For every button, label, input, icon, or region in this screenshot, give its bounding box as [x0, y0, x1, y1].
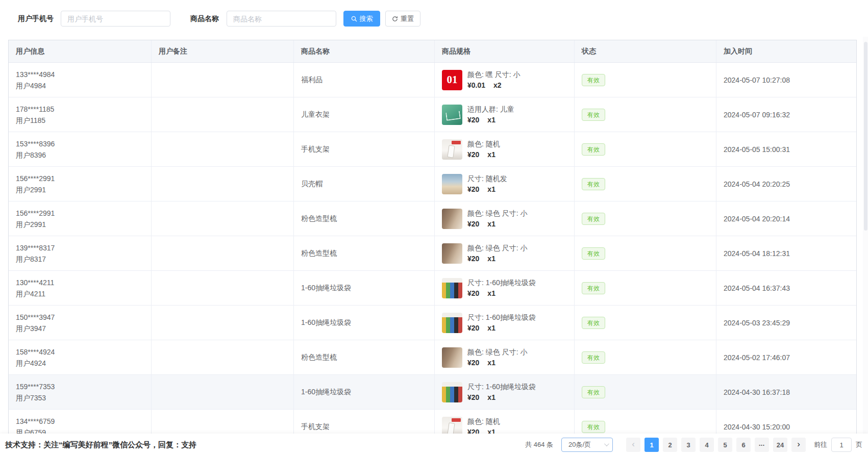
reset-button[interactable]: 重置	[385, 11, 420, 27]
quantity-text: x1	[487, 357, 495, 368]
status-badge: 有效	[582, 247, 605, 260]
table-row[interactable]: 156****2991用户2991粉色造型梳颜色: 绿色 尺寸: 小¥20x1有…	[9, 201, 856, 236]
status-badge: 有效	[582, 109, 605, 121]
table-row[interactable]: 178****1185用户1185儿童衣架适用人群: 儿童¥20x1有效2024…	[9, 97, 856, 132]
cell-product-name: 粉色造型梳	[294, 340, 435, 374]
pagination: 共 464 条 20条/页 ‹123456•••24› 前往 页	[525, 434, 862, 456]
table-row[interactable]: 150****3947用户39471-60抽绳垃圾袋尺寸: 1-60抽绳垃圾袋¥…	[9, 306, 856, 340]
phone-input[interactable]	[61, 11, 170, 27]
goto-page-input[interactable]	[831, 438, 852, 452]
quantity-text: x1	[487, 184, 495, 195]
pagination-page-2[interactable]: 2	[663, 438, 677, 452]
spec-wrap: 01颜色: 嘿 尺寸: 小¥0.01x2	[442, 69, 520, 91]
pagination-page-1[interactable]: 1	[644, 438, 659, 452]
cell-user-remark	[152, 201, 294, 236]
user-lines: 156****2991用户2991	[16, 208, 55, 230]
cell-product-name: 贝壳帽	[294, 167, 435, 201]
pagination-page-4[interactable]: 4	[700, 438, 714, 452]
product-image	[442, 209, 462, 229]
price-text: ¥20	[467, 114, 479, 125]
scrollbar-thumb[interactable]	[864, 42, 867, 231]
table-row[interactable]: 153****8396用户8396手机支架颜色: 随机¥20x1有效2024-0…	[9, 132, 856, 167]
product-image	[442, 243, 462, 264]
user-phone-text: 130****4211	[16, 277, 54, 288]
spec-wrap: 尺寸: 1-60抽绳垃圾袋¥20x1	[442, 382, 536, 403]
cell-join-time: 2024-05-04 16:37:43	[716, 271, 856, 305]
status-badge: 有效	[582, 421, 605, 433]
spec-text: 尺寸: 1-60抽绳垃圾袋	[467, 382, 536, 392]
quantity-text: x1	[487, 114, 495, 125]
cell-user-remark	[152, 236, 294, 270]
pagination-more-button[interactable]: •••	[755, 438, 769, 452]
cell-product-spec: 颜色: 绿色 尺寸: 小¥20x1	[435, 236, 575, 270]
search-button[interactable]: 搜索	[343, 11, 380, 27]
cell-status: 有效	[575, 340, 716, 374]
product-image	[442, 278, 462, 298]
cell-user-info: 153****8396用户8396	[9, 132, 152, 166]
user-phone-text: 158****4924	[16, 346, 55, 358]
spec-text: 尺寸: 随机发	[467, 173, 507, 184]
price-line: ¥20x1	[467, 114, 514, 125]
quantity-text: x1	[487, 322, 495, 334]
product-name-input[interactable]	[227, 11, 336, 27]
page-size-select[interactable]: 20条/页	[561, 438, 613, 452]
quantity-text: x2	[493, 80, 502, 91]
table-row[interactable]: 158****4924用户4924粉色造型梳颜色: 绿色 尺寸: 小¥20x1有…	[9, 340, 856, 375]
goto-label: 前往	[814, 440, 827, 449]
total-count-text: 共 464 条	[525, 440, 553, 449]
pagination-page-6[interactable]: 6	[736, 438, 751, 452]
spec-lines: 尺寸: 1-60抽绳垃圾袋¥20x1	[467, 382, 536, 403]
spec-text: 颜色: 绿色 尺寸: 小	[467, 347, 527, 357]
pagination-page-3[interactable]: 3	[681, 438, 696, 452]
search-bar: 用户手机号 商品名称 搜索 重置	[0, 0, 868, 37]
join-time-text: 2024-05-04 18:12:31	[724, 249, 790, 258]
spec-lines: 尺寸: 随机发¥20x1	[467, 173, 507, 195]
user-lines: 156****2991用户2991	[16, 173, 55, 195]
spec-lines: 颜色: 绿色 尺寸: 小¥20x1	[467, 347, 527, 368]
cell-status: 有效	[575, 167, 716, 201]
quantity-text: x1	[487, 392, 495, 403]
pagination-next-button[interactable]: ›	[791, 438, 806, 452]
table-row[interactable]: 139****8317用户8317粉色造型梳颜色: 绿色 尺寸: 小¥20x1有…	[9, 236, 856, 271]
join-time-text: 2024-05-02 17:46:07	[724, 353, 790, 362]
cell-user-remark	[152, 132, 294, 166]
join-time-text: 2024-05-05 15:00:31	[724, 145, 790, 154]
goto-page: 前往 页	[814, 438, 862, 452]
cell-join-time: 2024-04-30 16:37:18	[716, 375, 856, 409]
cell-product-spec: 尺寸: 1-60抽绳垃圾袋¥20x1	[435, 375, 575, 409]
cell-status: 有效	[575, 236, 716, 270]
user-name-text: 用户8317	[16, 254, 55, 265]
spec-text: 尺寸: 1-60抽绳垃圾袋	[467, 312, 536, 322]
cell-user-remark	[152, 375, 294, 409]
pagination-page-24[interactable]: 24	[773, 438, 787, 452]
product-image	[442, 382, 462, 402]
table-row[interactable]: 156****2991用户2991贝壳帽尺寸: 随机发¥20x1有效2024-0…	[9, 167, 856, 201]
status-badge: 有效	[582, 143, 605, 156]
product-name-text: 1-60抽绳垃圾袋	[301, 284, 351, 293]
pagination-prev-button[interactable]: ‹	[626, 438, 640, 452]
price-line: ¥20x1	[467, 288, 536, 299]
product-name-text: 贝壳帽	[301, 180, 323, 189]
spec-lines: 颜色: 随机¥20x1	[467, 139, 500, 160]
user-phone-text: 156****2991	[16, 173, 55, 184]
product-name-text: 1-60抽绳垃圾袋	[301, 388, 351, 397]
spec-wrap: 颜色: 随机¥20x1	[442, 139, 500, 160]
status-badge: 有效	[582, 351, 605, 364]
user-phone-text: 139****8317	[16, 242, 55, 254]
footer-bar: 技术支持：关注“编写美好前程”微信公众号，回复：支持 共 464 条 20条/页…	[0, 434, 868, 456]
spec-wrap: 颜色: 绿色 尺寸: 小¥20x1	[442, 347, 527, 368]
page-scrollbar[interactable]	[863, 0, 868, 434]
spec-lines: 颜色: 绿色 尺寸: 小¥20x1	[467, 208, 527, 230]
table-row[interactable]: 133****4984用户4984福利品01颜色: 嘿 尺寸: 小¥0.01x2…	[9, 63, 856, 97]
pagination-page-5[interactable]: 5	[718, 438, 732, 452]
cell-join-time: 2024-05-02 17:46:07	[716, 340, 856, 374]
price-line: ¥20x1	[467, 149, 500, 160]
cell-status: 有效	[575, 132, 716, 166]
join-time-text: 2024-05-07 09:16:32	[724, 111, 790, 119]
user-name-text: 用户2991	[16, 184, 55, 195]
table-row[interactable]: 159****7353用户73531-60抽绳垃圾袋尺寸: 1-60抽绳垃圾袋¥…	[9, 375, 856, 410]
cell-user-info: 139****8317用户8317	[9, 236, 152, 270]
column-header-4: 商品规格	[435, 40, 575, 62]
table-row[interactable]: 130****4211用户42111-60抽绳垃圾袋尺寸: 1-60抽绳垃圾袋¥…	[9, 271, 856, 306]
product-name-text: 手机支架	[301, 145, 330, 154]
